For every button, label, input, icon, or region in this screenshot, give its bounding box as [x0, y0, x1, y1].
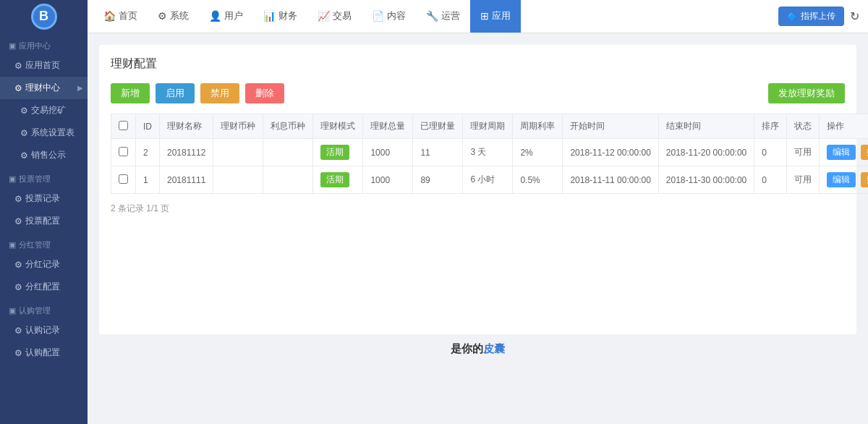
nav-trade[interactable]: 📈 交易: [307, 0, 362, 33]
finance-center-label: 理财中心: [25, 82, 60, 94]
subscription-record-label: 认购记录: [25, 324, 60, 336]
edit-button[interactable]: 编辑: [827, 145, 856, 160]
col-name: 理财名称: [160, 114, 213, 139]
row-coin: [213, 139, 263, 166]
col-end-time: 结束时间: [658, 114, 754, 139]
sales-public-label: 销售公示: [31, 149, 66, 161]
system-settings-icon: ⚙: [20, 128, 28, 138]
operations-icon: 🔧: [426, 10, 438, 22]
user-icon: 👤: [209, 10, 221, 22]
subscription-section-icon: ▣: [9, 306, 16, 315]
nav-apps[interactable]: ⊞ 应用: [470, 0, 521, 33]
trade-mining-icon: ⚙: [20, 106, 28, 116]
dividend-section-icon: ▣: [9, 240, 16, 250]
row-actions: 编辑 归还记录: [820, 139, 868, 166]
table-row: 1 20181111 活期 1000 89 6 小时 0.5% 2018-11-…: [111, 166, 869, 194]
app-home-icon: ⚙: [14, 61, 22, 71]
nav-operations-label: 运营: [441, 9, 460, 22]
nav-home[interactable]: 🏠 首页: [93, 0, 148, 33]
sidebar-item-system-settings[interactable]: ⚙ 系统设置表: [0, 122, 88, 144]
col-sort: 排序: [754, 114, 787, 139]
nav-finance[interactable]: 📊 财务: [253, 0, 307, 33]
logo-letter: B: [39, 9, 48, 24]
sidebar-item-finance-center[interactable]: ⚙ 理财中心 ▶: [0, 77, 88, 99]
upload-button[interactable]: 🔷 指挥上传: [778, 7, 844, 26]
sidebar-item-vote-config[interactable]: ⚙ 投票配置: [0, 210, 88, 232]
sales-public-icon: ⚙: [20, 150, 28, 161]
sidebar-item-app-home[interactable]: ⚙ 应用首页: [0, 54, 88, 77]
disable-button[interactable]: 禁用: [200, 83, 239, 103]
top-nav: B 🏠 首页 ⚙ 系统 👤 用户 📊 财务 📈 交易 📄 内容 🔧: [0, 0, 868, 33]
row-coin: [213, 166, 263, 194]
dividend-config-label: 分红配置: [25, 281, 60, 293]
row-id: 1: [136, 166, 160, 194]
sidebar-section-dividend: ▣ 分红管理: [0, 232, 88, 253]
delete-button[interactable]: 删除: [245, 83, 284, 103]
dividend-record-label: 分红记录: [25, 258, 60, 271]
bottom-highlight: 皮囊: [483, 342, 505, 355]
row-sort: 0: [754, 139, 787, 166]
subscription-section-label: 认购管理: [19, 305, 51, 316]
select-all-checkbox[interactable]: [119, 121, 128, 130]
refresh-button[interactable]: ↻: [850, 9, 859, 23]
row-name: 20181112: [160, 139, 213, 166]
row-total: 1000: [363, 166, 413, 194]
nav-user-label: 用户: [224, 9, 243, 22]
col-mode: 理财模式: [313, 114, 363, 139]
sidebar: ▣ 应用中心 ⚙ 应用首页 ⚙ 理财中心 ▶ ⚙ 交易挖矿 ⚙ 系统设置表 ⚙ …: [0, 33, 88, 424]
col-checkbox: [111, 114, 136, 139]
sidebar-item-trade-mining[interactable]: ⚙ 交易挖矿: [0, 99, 88, 122]
nav-items: 🏠 首页 ⚙ 系统 👤 用户 📊 财务 📈 交易 📄 内容 🔧 运营 ⊞: [88, 0, 778, 33]
subscription-config-icon: ⚙: [14, 348, 22, 358]
row-used: 89: [413, 166, 463, 194]
nav-home-label: 首页: [119, 9, 137, 22]
page-title: 理财配置: [111, 56, 845, 72]
dividend-record-icon: ⚙: [14, 260, 22, 270]
subscription-record-icon: ⚙: [14, 326, 22, 336]
toolbar: 新增 启用 禁用 删除 发放理财奖励: [111, 83, 845, 103]
system-settings-label: 系统设置表: [31, 127, 75, 139]
release-button[interactable]: 发放理财奖励: [768, 83, 845, 103]
nav-user[interactable]: 👤 用户: [199, 0, 253, 33]
col-used: 已理财量: [413, 114, 463, 139]
pagination-info: 2 条记录 1/1 页: [111, 203, 845, 215]
edit-button[interactable]: 编辑: [827, 172, 856, 187]
sidebar-item-subscription-record[interactable]: ⚙ 认购记录: [0, 319, 88, 342]
refresh-icon: ↻: [850, 10, 859, 22]
dividend-section-label: 分红管理: [19, 239, 51, 250]
sidebar-item-sales-public[interactable]: ⚙ 销售公示: [0, 144, 88, 166]
sidebar-item-subscription-config[interactable]: ⚙ 认购配置: [0, 342, 88, 364]
row-end-time: 2018-11-20 00:00:00: [658, 139, 754, 166]
row-total: 1000: [363, 139, 413, 166]
app-home-label: 应用首页: [25, 59, 60, 72]
col-rate: 周期利率: [513, 114, 563, 139]
row-mode: 活期: [313, 166, 363, 194]
vote-section-label: 投票管理: [19, 174, 51, 185]
sidebar-item-vote-record[interactable]: ⚙ 投票记录: [0, 187, 88, 210]
content-icon: 📄: [372, 10, 384, 22]
nav-operations[interactable]: 🔧 运营: [416, 0, 470, 33]
nav-content[interactable]: 📄 内容: [362, 0, 416, 33]
sidebar-item-dividend-config[interactable]: ⚙ 分红配置: [0, 276, 88, 298]
sidebar-item-dividend-record[interactable]: ⚙ 分红记录: [0, 253, 88, 276]
trade-icon: 📈: [318, 10, 330, 22]
col-status: 状态: [787, 114, 820, 139]
row-mode: 活期: [313, 139, 363, 166]
row-checkbox[interactable]: [119, 147, 128, 156]
subscription-config-label: 认购配置: [25, 347, 60, 359]
nav-system[interactable]: ⚙ 系统: [148, 0, 199, 33]
mode-badge: 活期: [320, 145, 349, 160]
enable-button[interactable]: 启用: [156, 83, 195, 103]
vote-section-icon: ▣: [9, 174, 16, 184]
row-checkbox[interactable]: [119, 174, 128, 184]
bottom-bar: 是你的皮囊: [99, 334, 856, 363]
log-button[interactable]: 归还记录: [861, 172, 868, 187]
data-table: ID 理财名称 理财币种 利息币种 理财模式 理财总量 已理财量 理财周期 周期…: [111, 114, 868, 194]
finance-icon: 📊: [263, 10, 276, 22]
upload-icon: 🔷: [787, 12, 798, 22]
logo-area: B: [0, 0, 88, 33]
log-button[interactable]: 归还记录: [861, 145, 868, 160]
row-end-time: 2018-11-30 00:00:00: [658, 166, 754, 194]
new-button[interactable]: 新增: [111, 83, 150, 103]
section-icon: ▣: [9, 41, 16, 51]
